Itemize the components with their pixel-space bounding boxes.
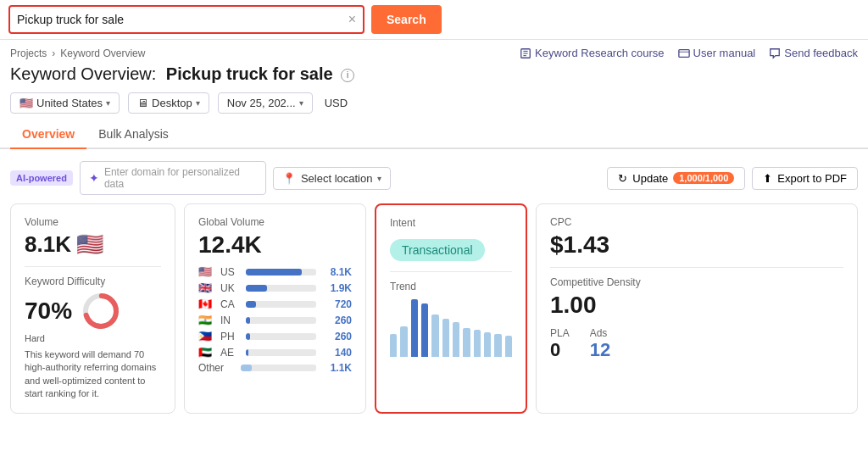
location-pin-icon: 📍 [282,172,296,185]
country-code: UK [220,282,241,294]
trend-bar [484,332,491,357]
filter-row: 🇺🇸 United States ▾ 🖥 Desktop ▾ Nov 25, 2… [0,89,868,120]
country-flag-icon: 🇺🇸 [198,265,215,278]
trend-bar [442,319,449,357]
pla-label: PLA [550,327,570,339]
search-button[interactable]: Search [371,5,442,34]
tab-bulk-analysis[interactable]: Bulk Analysis [86,120,180,149]
country-bar-fill [246,349,248,356]
country-code: US [220,266,241,278]
trend-bar [431,314,438,357]
update-button[interactable]: ↻ Update 1,000/1,000 [607,167,745,190]
breadcrumb: Projects › Keyword Overview [10,47,145,59]
date-label: Nov 25, 202... [227,97,296,109]
global-volume-card: Global Volume 12.4K 🇺🇸 US 8.1K 🇬🇧 UK 1.9… [184,203,366,414]
export-icon: ⬆ [763,172,772,185]
domain-input[interactable]: ✦ Enter domain for personalized data [80,161,266,195]
user-manual-link[interactable]: User manual [678,47,756,59]
country-row: 🇮🇳 IN 260 [198,314,352,326]
country-value: 1.9K [321,282,352,294]
country-bar-fill [246,317,250,324]
search-bar: × Search [0,0,868,40]
ai-powered-badge: AI-powered [10,170,73,186]
feedback-icon [769,47,781,59]
breadcrumb-sep: › [52,47,55,59]
tab-overview[interactable]: Overview [10,120,86,149]
country-value: 8.1K [321,266,352,278]
keyword-difficulty-label: Keyword Difficulty [25,276,161,287]
country-code: CA [220,298,241,310]
keyword-course-link[interactable]: Keyword Research course [520,47,664,59]
update-count-badge: 1,000/1,000 [673,172,734,184]
country-bar-fill [246,333,250,340]
country-value: 260 [321,331,352,342]
country-code: AE [220,347,241,359]
country-flag-icon: 🇵🇭 [198,330,215,342]
country-flag-icon: 🇬🇧 [198,281,215,294]
search-clear-icon[interactable]: × [348,13,356,26]
country-bar-fill [246,301,256,308]
ads-value: 12 [590,339,610,361]
other-row: Other 1.1K [198,362,352,374]
country-value: 720 [321,298,352,310]
date-filter[interactable]: Nov 25, 202... ▾ [218,92,313,114]
difficulty-hard-label: Hard [25,333,161,343]
competitive-density-value: 1.00 [550,292,843,319]
pla-value: 0 [550,339,570,361]
svg-rect-4 [678,49,688,57]
country-flag-icon: 🇦🇪 [198,346,215,359]
refresh-icon: ↻ [618,172,627,185]
ai-bar: AI-powered ✦ Enter domain for personaliz… [0,156,868,203]
intent-transactional-badge: Transactional [390,239,485,261]
search-input[interactable] [17,13,348,26]
device-label: Desktop [152,97,192,109]
device-filter[interactable]: 🖥 Desktop ▾ [128,92,209,114]
country-flag-icon: 🇨🇦 [198,298,215,310]
country-bar-track [246,301,316,308]
other-value: 1.1K [321,362,352,374]
top-nav: Projects › Keyword Overview Keyword Rese… [0,40,868,63]
country-bar-track [246,317,316,324]
update-label: Update [632,172,668,185]
send-feedback-link[interactable]: Send feedback [769,47,858,59]
location-select[interactable]: 📍 Select location ▾ [273,167,392,190]
volume-value: 8.1K 🇺🇸 [25,231,161,258]
country-bar-fill [246,269,302,276]
device-chevron-icon: ▾ [196,98,200,108]
export-pdf-button[interactable]: ⬆ Export to PDF [752,167,858,190]
manual-icon [678,47,690,59]
keyword-difficulty-value: 70% [25,291,161,331]
trend-bar [463,328,470,357]
location-label: United States [36,97,103,109]
search-input-wrapper[interactable]: × [8,5,364,34]
country-bar-track [246,333,316,340]
trend-bar [505,336,512,357]
country-bar-track [246,269,316,276]
info-icon[interactable]: i [341,69,354,82]
other-label: Other [198,362,236,374]
breadcrumb-projects[interactable]: Projects [10,47,47,59]
global-volume-label: Global Volume [198,216,352,228]
volume-label: Volume [25,216,161,228]
country-row: 🇬🇧 UK 1.9K [198,281,352,294]
ai-bar-right: ↻ Update 1,000/1,000 ⬆ Export to PDF [607,167,858,190]
location-filter[interactable]: 🇺🇸 United States ▾ [10,92,120,114]
trend-bar [390,334,397,357]
cpc-value: $1.43 [550,231,843,259]
currency-label: USD [321,93,351,113]
volume-card: Volume 8.1K 🇺🇸 Keyword Difficulty 70% Ha… [10,203,175,414]
us-flag-icon: 🇺🇸 [19,97,33,109]
country-value: 140 [321,347,352,359]
country-bar-track [246,349,316,356]
ads-item: Ads 12 [590,327,610,361]
cpc-card: CPC $1.43 Competitive Density 1.00 PLA 0… [536,203,858,414]
country-bar-track [246,285,316,292]
country-row: 🇦🇪 AE 140 [198,346,352,359]
trend-bar [411,299,418,357]
book-icon [520,47,531,59]
country-row: 🇨🇦 CA 720 [198,298,352,310]
page-title-label: Keyword Overview: [10,64,156,83]
country-row: 🇺🇸 US 8.1K [198,265,352,278]
trend-bar [421,303,428,357]
intent-label: Intent [390,217,512,229]
